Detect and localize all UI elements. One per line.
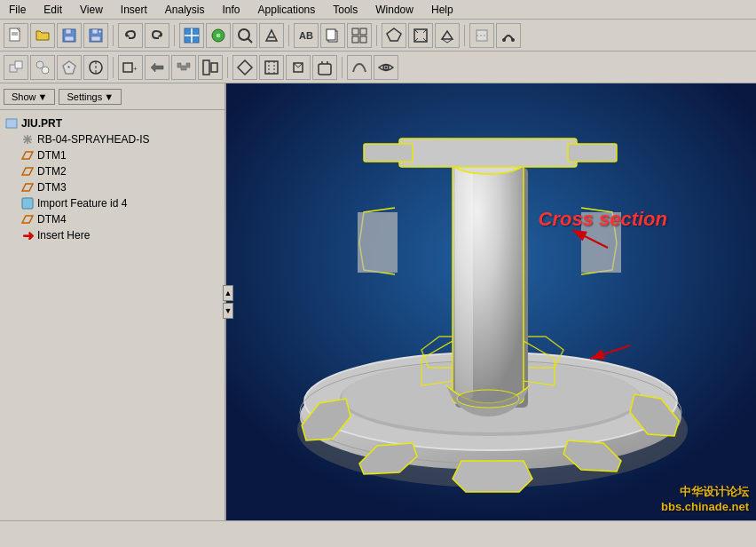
tb-btn-copy[interactable] [320, 23, 345, 48]
tree-item-dtm4[interactable]: DTM4 [18, 211, 221, 227]
status-bar [0, 520, 756, 547]
tree-item-import4[interactable]: Import Feature id 4 [18, 195, 221, 211]
svg-marker-25 [387, 28, 401, 41]
svg-rect-89 [358, 212, 398, 273]
svg-rect-45 [211, 63, 217, 72]
import4-icon [21, 197, 34, 210]
menu-tools[interactable]: Tools [327, 2, 363, 18]
tree-area: JIU.PRT RB-04-SPRAYHEAD-IS [0, 110, 224, 520]
tb2-btn-12[interactable] [312, 55, 337, 80]
show-button[interactable]: Show ▼ [4, 89, 55, 105]
tb2-btn-6[interactable] [145, 55, 169, 80]
tree-item-dtm1[interactable]: DTM1 [18, 147, 221, 163]
insert-label: Insert Here [37, 229, 90, 242]
sprayhead-icon [21, 133, 34, 146]
dtm4-label: DTM4 [37, 213, 67, 226]
svg-point-33 [502, 38, 506, 42]
tb2-btn-4[interactable] [83, 55, 108, 80]
tb2-btn-3[interactable]: * [57, 55, 82, 80]
menu-applications[interactable]: Applications [253, 2, 321, 18]
save-button[interactable] [57, 23, 82, 48]
toolbar2-separator-2 [227, 57, 228, 78]
tb2-btn-5[interactable]: + [118, 55, 143, 80]
tb2-btn-10[interactable] [259, 55, 284, 80]
viewport[interactable]: Cross section 中华设计论坛 bbs.chinade.net [226, 83, 756, 520]
collapse-arrows: ▲ ▼ [223, 285, 233, 319]
toolbar-separator-4 [376, 25, 377, 46]
menu-edit[interactable]: Edit [38, 2, 67, 18]
tb2-btn-9[interactable] [232, 55, 257, 80]
svg-rect-61 [22, 198, 33, 209]
sprayhead-label: RB-04-SPRAYHEAD-IS [37, 133, 149, 146]
svg-rect-90 [581, 212, 621, 273]
tb-btn-3d-1[interactable] [382, 23, 406, 48]
svg-point-38 [42, 67, 49, 74]
tb-btn-extra-2[interactable] [496, 23, 521, 48]
menu-insert[interactable]: Insert [115, 2, 153, 18]
svg-rect-7 [92, 29, 98, 34]
svg-point-37 [36, 61, 43, 68]
save-as-button[interactable]: + [83, 23, 108, 48]
tb-btn-6[interactable] [206, 23, 231, 48]
svg-rect-42 [123, 63, 132, 72]
dtm4-icon [21, 213, 34, 226]
menu-window[interactable]: Window [370, 2, 419, 18]
svg-rect-87 [568, 144, 617, 162]
svg-point-34 [511, 38, 515, 42]
menu-view[interactable]: View [75, 2, 108, 18]
svg-text:*: * [67, 64, 70, 72]
svg-rect-79 [455, 163, 473, 399]
open-button[interactable] [30, 23, 55, 48]
svg-rect-53 [6, 119, 17, 128]
collapse-up-arrow[interactable]: ▲ [223, 285, 233, 301]
tree-item-insert[interactable]: ➜ Insert Here [18, 227, 221, 243]
svg-rect-20 [327, 29, 335, 40]
tree-root[interactable]: JIU.PRT [4, 115, 221, 131]
dtm1-icon [21, 149, 34, 162]
toolbar-2: * + [0, 52, 756, 83]
collapse-down-arrow[interactable]: ▼ [223, 303, 233, 319]
tb-btn-8[interactable] [259, 23, 284, 48]
tb-btn-3d-3[interactable] [435, 23, 460, 48]
svg-rect-36 [15, 61, 22, 68]
undo-button[interactable] [118, 23, 143, 48]
svg-rect-4 [66, 29, 71, 34]
tb2-btn-7[interactable] [171, 55, 196, 80]
tb-btn-3d-2[interactable] [408, 23, 433, 48]
tree-item-dtm3[interactable]: DTM3 [18, 179, 221, 195]
toolbar-separator-3 [288, 25, 289, 46]
svg-text:AB: AB [299, 30, 313, 41]
toolbar-separator-5 [464, 25, 465, 46]
3d-model [226, 83, 756, 520]
svg-marker-76 [453, 461, 532, 492]
insert-icon: ➜ [21, 229, 34, 242]
tb2-btn-11[interactable] [286, 55, 311, 80]
menu-help[interactable]: Help [426, 2, 459, 18]
redo-button[interactable] [145, 23, 169, 48]
tb-btn-view[interactable] [347, 23, 372, 48]
settings-button[interactable]: Settings ▼ [59, 89, 122, 105]
tb-btn-5[interactable] [179, 23, 204, 48]
toolbar-separator-1 [113, 25, 114, 46]
menu-info[interactable]: Info [217, 2, 246, 18]
svg-text:+: + [98, 28, 102, 34]
tree-item-sprayhead[interactable]: RB-04-SPRAYHEAD-IS [18, 131, 221, 147]
toolbar-1: + AB [0, 20, 756, 52]
tb-btn-extra-1[interactable] [469, 23, 494, 48]
new-button[interactable] [4, 23, 28, 48]
menu-bar: File Edit View Insert Analysis Info Appl… [0, 0, 756, 20]
tree-item-dtm2[interactable]: DTM2 [18, 163, 221, 179]
menu-file[interactable]: File [4, 2, 31, 18]
dtm3-icon [21, 181, 34, 194]
tb-btn-ab[interactable]: AB [294, 23, 319, 48]
tb2-btn-1[interactable] [4, 55, 28, 80]
tb-btn-7[interactable] [232, 23, 257, 48]
tb2-btn-eye[interactable] [374, 55, 398, 80]
tb2-btn-2[interactable] [30, 55, 55, 80]
svg-marker-46 [238, 60, 252, 75]
tb2-btn-curve[interactable] [347, 55, 372, 80]
tb2-btn-8[interactable] [198, 55, 223, 80]
root-icon [5, 117, 18, 130]
svg-text:+: + [133, 65, 138, 73]
menu-analysis[interactable]: Analysis [160, 2, 210, 18]
